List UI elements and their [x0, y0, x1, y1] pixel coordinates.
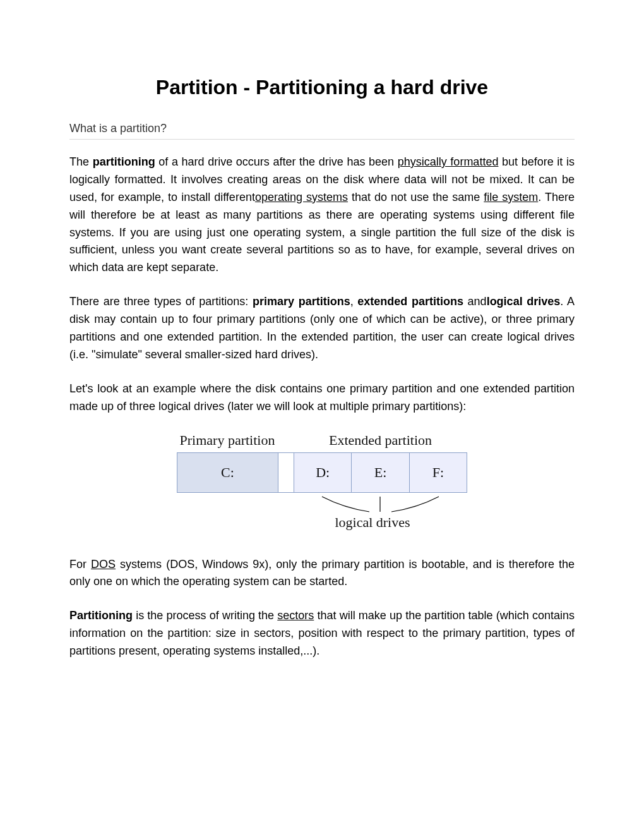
link-operating-systems[interactable]: operating systems	[255, 191, 348, 203]
page-title: Partition - Partitioning a hard drive	[69, 76, 575, 99]
bold-partitioning: partitioning	[93, 155, 155, 168]
bold-primary-partitions: primary partitions	[253, 295, 350, 308]
bold-extended-partitions: extended partitions	[357, 295, 463, 308]
text: that do not use the same	[348, 191, 484, 203]
text: and	[463, 295, 487, 308]
diagram-label-spacer	[278, 432, 294, 449]
diagram-connectors	[177, 495, 467, 514]
text: There are three types of partitions:	[69, 295, 253, 308]
section-heading: What is a partition?	[69, 122, 575, 140]
text: ,	[350, 295, 358, 308]
text: For	[69, 558, 91, 571]
paragraph-types: There are three types of partitions: pri…	[69, 293, 575, 364]
link-sectors[interactable]: sectors	[277, 609, 314, 622]
text: of a hard drive occurs after the drive h…	[155, 155, 398, 168]
diagram-primary-cell: C:	[177, 453, 278, 492]
diagram-logical-cell: D:	[294, 453, 352, 492]
diagram-headers: Primary partition Extended partition	[177, 432, 467, 449]
text: is the process of writing the	[133, 609, 277, 622]
link-file-system[interactable]: file system	[484, 191, 538, 203]
paragraph-partitioning-def: Partitioning is the process of writing t…	[69, 607, 575, 660]
paragraph-example-intro: Let's look at an example where the disk …	[69, 380, 575, 416]
diagram-label-extended: Extended partition	[294, 432, 467, 449]
diagram-sub-label: logical drives	[278, 514, 467, 531]
paragraph-dos: For DOS systems (DOS, Windows 9x), only …	[69, 556, 575, 591]
diagram-gap-cell	[278, 453, 294, 492]
link-physically-formatted[interactable]: physically formatted	[398, 155, 499, 168]
link-dos[interactable]: DOS	[91, 558, 116, 571]
partition-diagram: Primary partition Extended partition C: …	[177, 432, 467, 531]
diagram-label-primary: Primary partition	[177, 432, 278, 449]
document-page: Partition - Partitioning a hard drive Wh…	[0, 0, 644, 834]
connector-lines-icon	[294, 495, 467, 514]
diagram-boxes: C: D: E: F:	[177, 452, 467, 493]
bold-partitioning: Partitioning	[69, 609, 133, 622]
diagram-logical-cell: F:	[410, 453, 467, 492]
bold-logical-drives: logical drives	[487, 295, 561, 308]
paragraph-intro: The partitioning of a hard drive occurs …	[69, 154, 575, 277]
text: The	[69, 155, 93, 168]
text: systems (DOS, Windows 9x), only the prim…	[69, 558, 575, 588]
diagram-logical-cell: E:	[352, 453, 409, 492]
